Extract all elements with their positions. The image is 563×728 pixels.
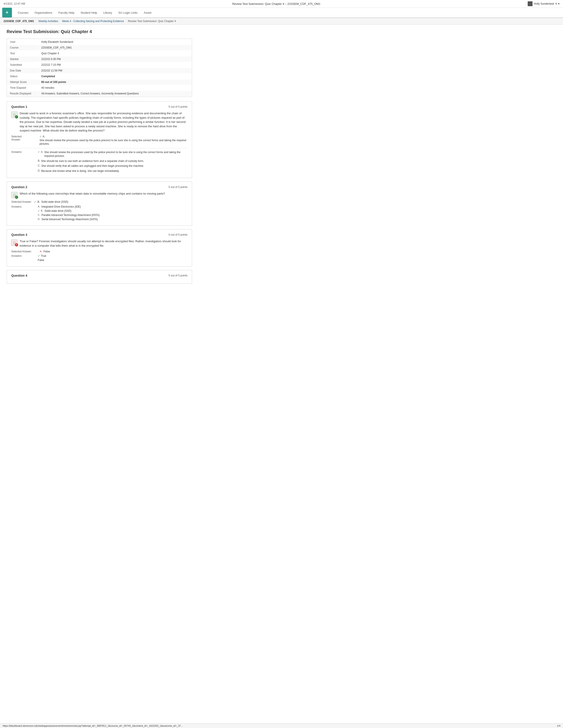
answer-text: True — [41, 254, 46, 257]
question-points: 5 out of 5 points — [169, 105, 187, 108]
breadcrumb: 22SSEM_CDF_475_OM1 Weekly Activities Wee… — [0, 18, 563, 25]
selected-answer-letter: B. — [38, 200, 40, 203]
answers-label: Answers: — [11, 150, 38, 174]
answer-item: B. She should be sure to use both an evi… — [38, 159, 187, 163]
selected-answer-label: Selected Answer: — [11, 250, 38, 253]
nav-faculty-help[interactable]: Faculty Help — [55, 8, 77, 17]
avatar — [528, 1, 533, 6]
info-label: Test — [7, 51, 38, 56]
correct-icon: 📋✓ — [11, 192, 17, 198]
question-title: Question 2 — [11, 185, 27, 189]
question-header: Question 15 out of 5 points — [11, 105, 187, 109]
question-text: Devaki used to work in a forensic examin… — [20, 111, 187, 133]
selected-answer-icon: ✕ — [39, 250, 42, 253]
status-badge: ✓ — [15, 115, 18, 118]
submission-title: Review Test Submission: Quiz Chapter 4 — [7, 29, 192, 34]
info-row: TestQuiz Chapter 4 — [7, 51, 191, 56]
answer-letter: B. — [38, 159, 40, 162]
status-badge: ✕ — [15, 243, 18, 246]
info-row: Due Date2/22/22 11:59 PM — [7, 68, 191, 73]
question-points: 5 out of 5 points — [169, 274, 187, 277]
answers-content: A. Integrated Drive Electronics (IDE)✓ B… — [38, 205, 187, 222]
answers-label: Answers: — [11, 254, 38, 257]
answer-letter: C. — [38, 164, 40, 167]
selected-answer-label: Selected Answer: — [11, 200, 32, 203]
question-text: True or False? Forensic investigators sh… — [20, 239, 187, 248]
answers-content: ✓A. She should review the processes used… — [38, 150, 187, 174]
breadcrumb-week4[interactable]: Week 4 - Collecting Seizing and Protecti… — [62, 20, 124, 23]
breadcrumb-weekly[interactable]: Weekly Activities — [38, 20, 58, 23]
info-row: Attempt Score80 out of 100 points — [7, 79, 191, 85]
incorrect-icon: 📋✕ — [11, 240, 17, 246]
info-row: UserHolly Elizabeth Sunderland — [7, 39, 191, 45]
nav-organizations[interactable]: Organizations — [31, 8, 55, 17]
info-row: Course22SSEM_CDF_475_OM1 — [7, 45, 191, 50]
info-label: User — [7, 39, 38, 45]
answer-letter: A. — [38, 205, 40, 208]
selected-answer-text: She should review the processes used by … — [39, 139, 187, 146]
info-value: 2/22/22 11:59 PM — [39, 68, 191, 73]
nav-courses[interactable]: Courses — [15, 8, 31, 17]
answer-letter: A. — [41, 150, 43, 154]
answer-item: A. Integrated Drive Electronics (IDE) — [38, 205, 187, 208]
info-value: Completed — [39, 74, 191, 79]
info-label: Started — [7, 56, 38, 62]
nav-library[interactable]: Library — [100, 8, 115, 17]
answer-item: D. Serial Advanced Technology Attachment… — [38, 218, 187, 221]
info-row: Submitted2/22/22 7:15 PM — [7, 62, 191, 68]
nav-student-help[interactable]: Student Help — [77, 8, 100, 17]
nav-su-login[interactable]: SU Login Links — [115, 8, 141, 17]
answer-text: Serial Advanced Technology Attachment (S… — [41, 218, 98, 221]
selected-answer-label: Selected Answer: — [11, 135, 38, 141]
answer-text: Integrated Drive Electronics (IDE) — [41, 205, 81, 208]
correct-choice-icon: ✓ — [38, 209, 40, 212]
info-value: Quiz Chapter 4 — [39, 51, 191, 56]
top-bar: 4/13/22, 12:47 AM Review Test Submission… — [0, 0, 563, 8]
answer-letter: D. — [38, 218, 40, 220]
info-value: Holly Elizabeth Sunderland — [39, 39, 191, 45]
answer-letter: B. — [41, 209, 43, 212]
answer-text: She should review the processes used by … — [44, 150, 187, 158]
questions-container: Question 15 out of 5 points📋✓Devaki used… — [7, 101, 192, 284]
question-title: Question 1 — [11, 105, 27, 109]
info-label: Time Elapsed — [7, 85, 38, 90]
answer-item: ✓A. She should review the processes used… — [38, 150, 187, 158]
answers-row: Answers:✓TrueFalse — [11, 254, 187, 263]
info-label: Status — [7, 74, 38, 79]
answer-item: D. Because she knows what she is doing, … — [38, 169, 187, 173]
info-row: Started2/22/22 6:35 PM — [7, 56, 191, 62]
question-header: Question 30 out of 5 points — [11, 233, 187, 236]
answers-row: Answers:A. Integrated Drive Electronics … — [11, 205, 187, 222]
info-label: Due Date — [7, 68, 38, 73]
info-row: Results DisplayedAll Answers, Submitted … — [7, 91, 191, 96]
question-block: Question 15 out of 5 points📋✓Devaki used… — [7, 101, 192, 178]
answers-content: ✓TrueFalse — [38, 254, 187, 263]
question-header: Question 25 out of 5 points — [11, 185, 187, 189]
info-value: All Answers, Submitted Answers, Correct … — [39, 91, 191, 96]
answer-item: False — [38, 259, 187, 262]
breadcrumb-current: Review Test Submission: Quiz Chapter 4 — [128, 20, 176, 23]
answer-item: ✓True — [38, 254, 187, 257]
nav-assist[interactable]: Assist — [141, 8, 154, 17]
logo[interactable]: + — [2, 8, 12, 17]
selected-answer-row: Selected Answer:✓B. Solid-state drive (S… — [11, 200, 187, 203]
selected-answer-row: Selected Answer:✕False — [11, 250, 187, 253]
datetime: 4/13/22, 12:47 AM — [4, 2, 25, 5]
selected-answer-row: Selected Answer:✓A.She should review the… — [11, 135, 187, 146]
question-block: Question 45 out of 5 points — [7, 270, 192, 284]
answer-text: She should be sure to use both an eviden… — [41, 159, 144, 163]
correct-icon: 📋✓ — [11, 112, 17, 118]
question-title: Question 3 — [11, 233, 27, 236]
selected-answer-icon: ✓ — [34, 200, 36, 203]
user-badge: 4 — [555, 2, 557, 5]
page-content: Review Test Submission: Quiz Chapter 4 U… — [0, 25, 199, 292]
chevron-down-icon: ▾ — [558, 2, 559, 5]
user-info: Holly Sunderland 4 ▾ — [528, 1, 559, 6]
info-value: 2/22/22 7:15 PM — [39, 62, 191, 68]
answer-text: Parallel Advanced Technology Attachment … — [41, 214, 100, 217]
info-value: 22SSEM_CDF_475_OM1 — [39, 45, 191, 50]
info-value: 80 out of 100 points — [39, 79, 191, 85]
question-text: Which of the following uses microchips t… — [20, 191, 165, 198]
answer-text: Solid-state drive (SSD) — [44, 209, 71, 212]
breadcrumb-course[interactable]: 22SSEM_CDF_475_OM1 — [4, 20, 34, 23]
